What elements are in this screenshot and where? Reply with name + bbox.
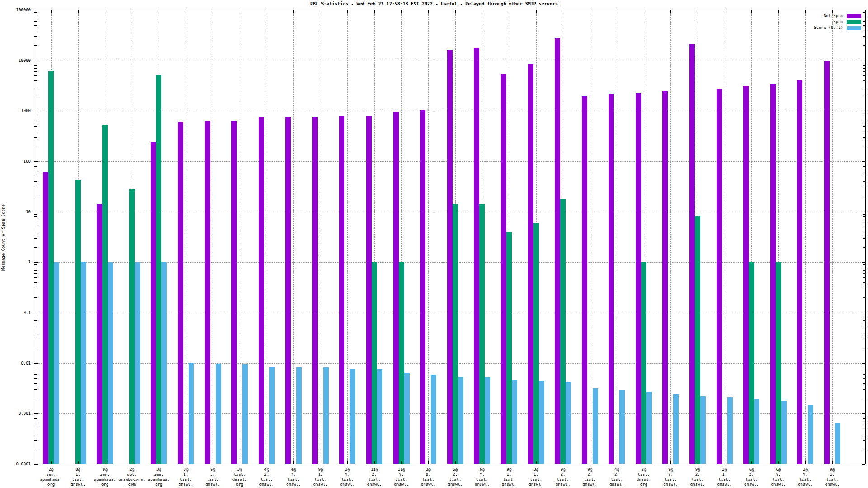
y-minor-tick <box>863 328 865 328</box>
y-major-tick <box>862 262 865 263</box>
x-tick-label: 4@2.list.dnswl.org3 hops <box>251 467 282 488</box>
x-tick-label-line: list. <box>655 477 686 482</box>
x-tick <box>428 461 429 464</box>
x-tick-label-line: list. <box>440 477 471 482</box>
y-major-tick <box>862 111 865 111</box>
x-tick-label-line: list. <box>198 477 228 482</box>
x-tick-label-line: com <box>117 482 147 487</box>
x-tick-label-line: dnswl. <box>575 482 605 487</box>
y-major-tick <box>34 61 38 61</box>
x-tick-label-line: 3@ <box>709 467 740 472</box>
x-tick-label-line: 2@ <box>628 467 659 472</box>
y-minor-tick <box>34 131 37 131</box>
y-minor-tick <box>863 297 865 298</box>
legend-swatch-spam <box>847 20 861 24</box>
x-tick-label-line: dnswl. <box>494 482 524 487</box>
x-tick <box>132 10 132 13</box>
x-tick <box>670 461 671 464</box>
x-tick <box>590 10 590 13</box>
y-tick-label: 10000 <box>1 58 31 63</box>
x-tick-label-line: list. <box>170 477 201 482</box>
x-tick-label-line: 1. <box>170 472 201 477</box>
x-tick-label-line: dnswl. <box>198 482 228 487</box>
x-tick-label-line: 1. <box>305 472 336 477</box>
y-minor-tick <box>863 80 865 81</box>
y-minor-tick <box>863 173 865 173</box>
y-minor-tick <box>34 166 37 167</box>
y-minor-tick <box>34 63 37 63</box>
y-minor-tick <box>863 216 865 217</box>
y-minor-tick <box>34 71 37 72</box>
y-minor-tick <box>863 348 865 348</box>
x-tick-label-line: 2@ <box>117 467 147 472</box>
y-minor-tick <box>863 18 865 18</box>
x-tick-label-line: dnswl. <box>521 482 552 487</box>
x-tick <box>105 461 105 464</box>
x-tick <box>509 10 509 13</box>
x-tick-label: 9@Y.list.dnswl.org4 hops <box>655 467 686 488</box>
y-minor-tick <box>34 146 37 146</box>
y-minor-tick <box>34 197 37 197</box>
x-tick-label-line: 2. <box>359 472 390 477</box>
y-minor-tick <box>34 378 37 379</box>
x-tick-label: 9@2.list.dnswl.org1 hop <box>547 467 578 488</box>
x-tick <box>321 461 321 464</box>
x-tick <box>644 10 644 13</box>
y-minor-tick <box>34 416 37 416</box>
y-minor-tick <box>863 36 865 37</box>
y-minor-tick <box>863 418 865 419</box>
x-tick <box>563 461 563 464</box>
x-tick-label-line: org <box>628 482 659 487</box>
x-tick-label-line: list. <box>224 472 255 477</box>
x-tick-label-line: 2. <box>682 472 713 477</box>
y-minor-tick <box>863 318 865 318</box>
x-tick-label-line: 9@ <box>198 467 228 472</box>
x-tick-label-line: Y. <box>655 472 686 477</box>
x-tick <box>186 461 186 464</box>
x-tick-label: 9@2.list.dnswl.org2 hops <box>682 467 713 488</box>
y-minor-tick <box>34 227 37 227</box>
x-tick <box>401 461 402 464</box>
y-minor-tick <box>34 65 37 66</box>
y-minor-tick <box>34 96 37 96</box>
x-tick-label-line: 2. <box>575 472 605 477</box>
x-tick-label: 8@1.list.dnswl.org1 hop <box>63 467 94 488</box>
x-tick <box>428 10 429 13</box>
y-minor-tick <box>863 368 865 368</box>
x-tick <box>698 10 698 13</box>
x-tick <box>482 461 482 464</box>
x-tick-label: 11@2.list.dnswl.org3 hops <box>359 467 390 488</box>
x-tick <box>240 461 240 464</box>
x-tick-label-line: 1. <box>817 472 848 477</box>
x-tick <box>347 461 348 464</box>
y-minor-tick <box>863 371 865 371</box>
x-tick-label-line: list. <box>359 477 390 482</box>
x-tick-label-line: dnswl. <box>278 482 309 487</box>
y-minor-tick <box>34 267 37 267</box>
x-tick-label-line: list. <box>682 477 713 482</box>
y-minor-tick <box>863 238 865 239</box>
y-minor-tick <box>863 366 865 366</box>
x-tick-label: 4@Y.list.dnswl.org3 hops <box>278 467 309 488</box>
y-axis-label: Message Count or Spam Score <box>1 170 7 305</box>
y-minor-tick <box>34 247 37 248</box>
x-tick <box>213 10 213 13</box>
y-major-tick <box>34 212 38 212</box>
y-minor-tick <box>34 214 37 215</box>
x-tick-label-line: dnswl. <box>170 482 201 487</box>
x-tick-label: 9@1.list.dnswl.org1 hop <box>817 467 848 488</box>
x-tick <box>725 10 725 13</box>
x-tick <box>105 10 105 13</box>
x-tick-label: 6@Y.list.dnswl.org1 hop <box>467 467 497 488</box>
y-major-tick <box>34 111 38 111</box>
x-tick-label-line: org <box>36 482 66 487</box>
y-minor-tick <box>34 119 37 119</box>
y-minor-tick <box>34 169 37 169</box>
y-minor-tick <box>863 333 865 333</box>
y-minor-tick <box>863 264 865 265</box>
y-minor-tick <box>863 75 865 76</box>
y-minor-tick <box>34 348 37 348</box>
y-minor-tick <box>34 297 37 298</box>
x-tick <box>401 10 402 13</box>
y-minor-tick <box>34 87 37 87</box>
